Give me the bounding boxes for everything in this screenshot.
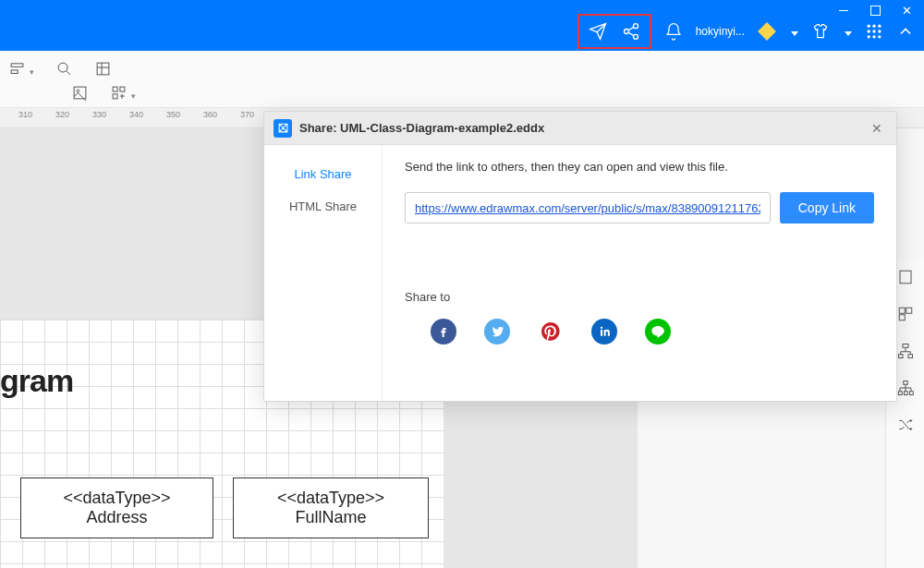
- sitemap-icon[interactable]: [896, 379, 915, 397]
- ruler-tick: 330: [92, 110, 106, 119]
- pinterest-icon[interactable]: [538, 319, 564, 344]
- svg-rect-25: [903, 344, 908, 348]
- svg-rect-13: [11, 69, 18, 73]
- svg-rect-29: [898, 392, 902, 395]
- svg-point-6: [868, 30, 870, 32]
- table-tool-icon[interactable]: [93, 59, 112, 78]
- copy-link-button[interactable]: Copy Link: [780, 192, 874, 224]
- svg-rect-30: [904, 392, 907, 395]
- svg-rect-20: [113, 93, 117, 98]
- ruler-tick: 360: [203, 110, 217, 119]
- bell-icon[interactable]: [664, 22, 683, 41]
- svg-point-14: [58, 63, 67, 72]
- svg-rect-12: [11, 63, 23, 66]
- svg-rect-28: [903, 381, 907, 385]
- svg-rect-21: [900, 271, 911, 284]
- secondary-toolbar: ▾ ▾: [0, 51, 924, 108]
- dialog-content: Send the link to others, then they can o…: [383, 145, 896, 401]
- align-tool-icon[interactable]: [7, 59, 26, 78]
- window-controls: [837, 4, 913, 18]
- shuffle-icon[interactable]: [896, 416, 915, 434]
- svg-point-17: [76, 89, 79, 91]
- svg-point-11: [878, 35, 881, 38]
- tab-html-share[interactable]: HTML Share: [264, 190, 382, 223]
- title-bar: hokyinyi...: [0, 0, 924, 51]
- titlebar-right-group: hokyinyi...: [578, 14, 915, 49]
- linkedin-icon[interactable]: [591, 319, 617, 344]
- uml-stereotype: <<dataType>>: [277, 489, 384, 508]
- ruler-tick: 350: [166, 110, 180, 119]
- svg-point-1: [624, 29, 628, 33]
- dialog-description: Send the link to others, then they can o…: [405, 160, 874, 174]
- svg-point-0: [633, 23, 638, 28]
- chevron-up-icon[interactable]: [896, 22, 915, 41]
- svg-point-9: [868, 35, 870, 38]
- share-dialog: Share: UML-Class-Diagram-example2.eddx L…: [263, 111, 897, 402]
- share-to-label: Share to: [405, 290, 874, 304]
- svg-rect-18: [113, 87, 117, 91]
- user-name-label[interactable]: hokyinyi...: [696, 25, 745, 38]
- dialog-tabs: Link Share HTML Share: [264, 145, 383, 401]
- svg-rect-15: [97, 63, 109, 75]
- svg-rect-31: [909, 392, 913, 395]
- svg-point-10: [872, 35, 875, 38]
- social-buttons-row: [405, 319, 874, 344]
- close-window-icon[interactable]: [900, 4, 913, 17]
- share-icon[interactable]: [622, 22, 640, 41]
- svg-rect-16: [74, 87, 86, 99]
- app-logo-icon: [274, 119, 292, 138]
- uml-class-box[interactable]: <<dataType>> Address: [20, 477, 213, 538]
- svg-rect-24: [899, 315, 905, 320]
- svg-point-5: [878, 24, 881, 27]
- uml-class-name: FullName: [295, 508, 366, 527]
- search-icon[interactable]: [55, 59, 73, 78]
- tshirt-icon[interactable]: [811, 22, 830, 41]
- svg-point-8: [878, 30, 881, 32]
- svg-rect-23: [906, 308, 911, 313]
- dialog-close-button[interactable]: [867, 118, 887, 139]
- page-icon[interactable]: [896, 268, 915, 286]
- premium-diamond-icon[interactable]: [758, 22, 776, 41]
- svg-point-3: [868, 24, 870, 27]
- ruler-tick: 340: [129, 110, 143, 119]
- svg-point-7: [872, 30, 875, 32]
- svg-point-2: [633, 34, 638, 39]
- facebook-icon[interactable]: [431, 319, 456, 344]
- tab-link-share[interactable]: Link Share: [264, 158, 382, 190]
- uml-stereotype: <<dataType>>: [63, 489, 170, 508]
- svg-point-4: [872, 24, 875, 27]
- diagram-title-fragment: gram: [0, 363, 73, 399]
- premium-caret-icon[interactable]: [789, 23, 798, 40]
- minimize-icon[interactable]: [837, 4, 850, 17]
- ruler-tick: 320: [55, 110, 69, 119]
- svg-rect-19: [119, 87, 124, 91]
- image-tool-icon[interactable]: [70, 83, 89, 102]
- uml-class-box[interactable]: <<dataType>> FullName: [233, 477, 429, 538]
- svg-rect-22: [899, 308, 905, 313]
- hierarchy-icon[interactable]: [896, 342, 915, 360]
- send-icon[interactable]: [589, 22, 607, 41]
- ruler-tick: 370: [240, 110, 254, 119]
- dialog-title: Share: UML-Class-Diagram-example2.eddx: [299, 121, 859, 135]
- uml-class-name: Address: [86, 508, 147, 527]
- components-tool-icon[interactable]: [109, 83, 128, 102]
- share-buttons-highlight: [578, 14, 651, 49]
- twitter-icon[interactable]: [484, 319, 510, 344]
- tshirt-caret-icon[interactable]: [843, 23, 852, 40]
- restore-icon[interactable]: [869, 4, 881, 17]
- line-icon[interactable]: [645, 319, 671, 344]
- share-link-input[interactable]: [405, 192, 771, 224]
- ruler-tick: 310: [18, 110, 32, 119]
- layout-icon[interactable]: [896, 305, 915, 323]
- svg-rect-26: [898, 355, 903, 358]
- apps-grid-icon[interactable]: [865, 22, 883, 41]
- components-caret-icon[interactable]: ▾: [131, 91, 136, 101]
- svg-rect-27: [908, 355, 913, 358]
- dialog-header: Share: UML-Class-Diagram-example2.eddx: [264, 112, 896, 145]
- align-caret-icon[interactable]: ▾: [30, 67, 34, 77]
